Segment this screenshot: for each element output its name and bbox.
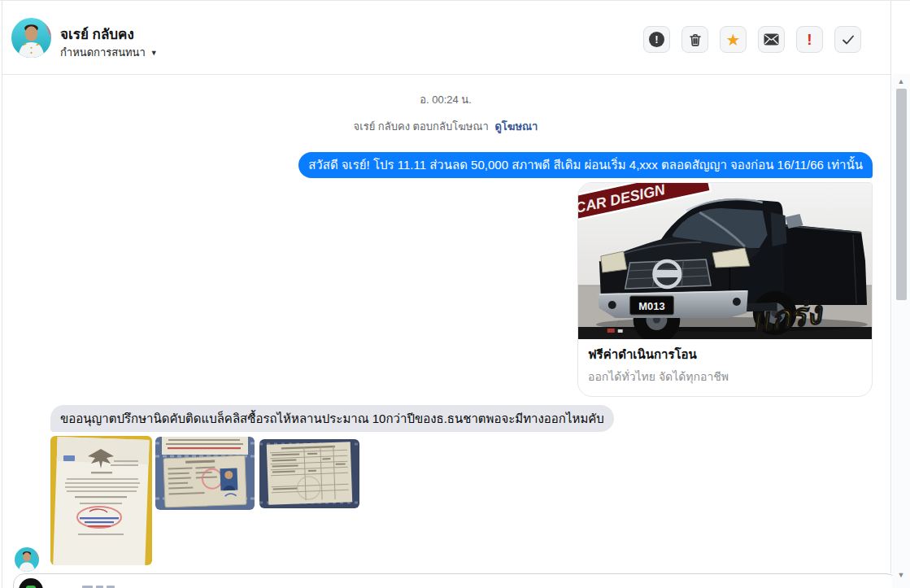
incoming-message-bubble: ขออนุญาตปรึกษานิดคับติดแบล็คลิสซื้อรถไห้… bbox=[50, 405, 614, 432]
delete-button[interactable] bbox=[681, 26, 708, 53]
license-plate-text: M013 bbox=[638, 300, 664, 312]
mark-done-button[interactable] bbox=[834, 26, 861, 53]
conversation-toolbar: ! ★ ! bbox=[643, 26, 861, 53]
id-document-image bbox=[155, 437, 255, 510]
check-icon bbox=[841, 33, 856, 47]
person-photo-icon bbox=[11, 18, 51, 58]
report-button[interactable]: ! bbox=[643, 26, 670, 53]
dropdown-label: กำหนดการสนทนา bbox=[60, 44, 146, 61]
exclamation-icon: ! bbox=[807, 32, 812, 47]
scrollbar: ▲ ▼ bbox=[892, 74, 910, 588]
ad-reply-text: จเรย์ กลับคง ตอบกลับโฆษณา bbox=[354, 120, 489, 133]
ad-reply-context: จเรย์ กลับคง ตอบกลับโฆษณา ดูโฆษณา bbox=[0, 118, 891, 135]
attachment-id-document-photo[interactable] bbox=[155, 437, 255, 510]
contact-name: จเรย์ กลับคง bbox=[60, 23, 134, 45]
conversation-header: จเรย์ กลับคง กำหนดการสนทนา ▼ ! ★ bbox=[2, 1, 890, 75]
star-icon: ★ bbox=[726, 32, 741, 48]
scroll-down-arrow[interactable]: ▼ bbox=[892, 572, 910, 579]
incoming-message-avatar[interactable] bbox=[15, 547, 39, 572]
official-letter-image bbox=[50, 436, 152, 565]
chevron-down-icon: ▼ bbox=[150, 49, 158, 57]
attachment-statement-table-photo[interactable] bbox=[259, 439, 359, 508]
ad-attachment-card: M013 CAR DESIGN แกร่ง ฟรีค่าดำเนินการโอน… bbox=[577, 182, 873, 397]
flag-important-button[interactable]: ! bbox=[796, 26, 823, 53]
contact-avatar[interactable] bbox=[11, 18, 51, 58]
attachment-official-letter-photo[interactable] bbox=[50, 436, 152, 565]
outgoing-message-bubble: สวัสดี จเรย์! โปร 11.11 ส่วนลด 50,000 สภ… bbox=[298, 152, 873, 178]
person-photo-small-icon bbox=[15, 547, 39, 572]
envelope-icon bbox=[764, 33, 779, 46]
view-ad-link[interactable]: ดูโฆษณา bbox=[494, 120, 538, 133]
car-ad-image[interactable]: M013 CAR DESIGN แกร่ง bbox=[578, 183, 872, 339]
statement-table-image bbox=[259, 439, 359, 508]
pickup-truck-photo: M013 CAR DESIGN แกร่ง bbox=[578, 183, 872, 339]
reply-composer[interactable] bbox=[13, 573, 898, 588]
ad-card-footer[interactable]: ฟรีค่าดำเนินการโอน ออกได้ทั่วไทย จัดได้ท… bbox=[578, 339, 872, 396]
scroll-up-arrow[interactable]: ▲ bbox=[892, 78, 910, 85]
report-circle-icon: ! bbox=[649, 32, 664, 47]
ad-card-subtitle: ออกได้ทั่วไทย จัดได้ทุกอาชีพ bbox=[588, 368, 862, 385]
conversation-schedule-dropdown[interactable]: กำหนดการสนทนา ▼ bbox=[60, 44, 158, 61]
panel-right-border bbox=[890, 1, 891, 573]
message-timestamp: อ. 00:24 น. bbox=[0, 91, 891, 108]
messenger-inbox-conversation: จเรย์ กลับคง กำหนดการสนทนา ▼ ! ★ bbox=[0, 0, 910, 588]
panel-left-border bbox=[2, 1, 2, 588]
page-logo-avatar bbox=[19, 578, 43, 588]
scrollbar-thumb[interactable] bbox=[896, 89, 907, 300]
ad-card-title: ฟรีค่าดำเนินการโอน bbox=[588, 345, 862, 364]
mark-unread-button[interactable] bbox=[758, 26, 785, 53]
star-button[interactable]: ★ bbox=[720, 26, 747, 53]
trash-icon bbox=[688, 33, 703, 47]
